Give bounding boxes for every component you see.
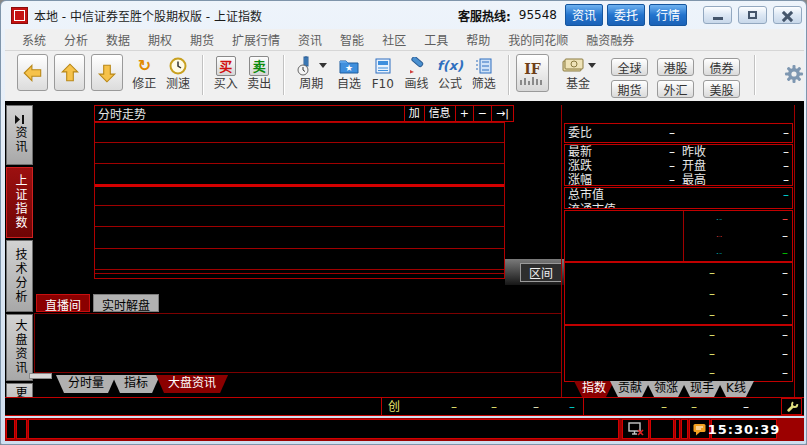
- refresh-icon: ↻: [138, 56, 151, 75]
- menu-extended-quotes[interactable]: 扩展行情: [223, 31, 289, 48]
- tab-current-volume[interactable]: 现手: [682, 381, 722, 397]
- price-box: 最新 – 昨收 – 涨跌 – 开盘 – 涨幅 – 最高 –: [564, 144, 793, 186]
- settings-gear-button[interactable]: [784, 64, 804, 88]
- tab-market-news[interactable]: 大盘资讯: [156, 375, 228, 393]
- menu-my-ths[interactable]: 我的同花顺: [499, 31, 577, 48]
- market-buttons: 全球 港股 债券 期货 外汇 美股: [611, 58, 740, 98]
- tab-kline[interactable]: K线: [718, 381, 754, 397]
- bonds-button[interactable]: 债券: [703, 58, 740, 76]
- queue-box-upper: –– –– ––: [564, 262, 793, 325]
- tab-intraday-volume[interactable]: 分时量: [56, 375, 116, 393]
- menu-community[interactable]: 社区: [373, 31, 415, 48]
- arrow-left-icon: [22, 62, 44, 84]
- tab-contribution[interactable]: 贡献: [610, 381, 650, 397]
- queue-value: –: [701, 263, 723, 284]
- correct-label: 修正: [132, 77, 156, 91]
- hotline-label: 客服热线:: [458, 7, 511, 24]
- queue-value: –: [782, 284, 792, 305]
- fund-button[interactable]: 基金: [557, 54, 599, 91]
- close-button[interactable]: [773, 6, 802, 24]
- zoom-out-button[interactable]: −: [473, 106, 491, 121]
- buy-button[interactable]: 买 买入: [210, 54, 242, 91]
- us-stocks-button[interactable]: 美股: [703, 80, 740, 98]
- settings-wrench-button[interactable]: [781, 398, 802, 415]
- info-button[interactable]: 信息: [424, 106, 455, 121]
- quotes-button[interactable]: 行情: [649, 4, 687, 26]
- bottom-tabs: 分时量 指标 大盘资讯: [56, 375, 224, 393]
- weibi-box: 委比 – –: [564, 123, 793, 143]
- up-button[interactable]: [54, 54, 85, 91]
- menu-margin[interactable]: 融资融券: [577, 31, 643, 48]
- menu-system[interactable]: 系统: [13, 31, 55, 48]
- tab-live-room[interactable]: 直播间: [36, 294, 90, 312]
- sell-label: 卖出: [247, 77, 271, 91]
- toolbar-separator: [754, 55, 756, 95]
- sell-button[interactable]: 卖 卖出: [244, 54, 276, 91]
- add-button[interactable]: 加: [404, 106, 424, 121]
- back-button[interactable]: [17, 54, 48, 91]
- speed-test-button[interactable]: 测速: [162, 54, 194, 91]
- network-status-cell[interactable]: [622, 419, 649, 439]
- screener-label: 筛选: [472, 77, 496, 91]
- menu-bar: 系统 分析 数据 期权 期货 扩展行情 资讯 智能 社区 工具 帮助 我的同花顺…: [5, 29, 804, 51]
- menu-help[interactable]: 帮助: [457, 31, 499, 48]
- draw-line-button[interactable]: 画线: [401, 54, 433, 91]
- menu-news[interactable]: 资讯: [289, 31, 331, 48]
- unchanged-label: 平盘家数: [684, 228, 756, 245]
- zoom-in-button[interactable]: +: [455, 106, 473, 121]
- queue-value: –: [701, 284, 723, 305]
- watchlist-button[interactable]: ★ 自选: [333, 54, 365, 91]
- sidebar-item-market-news[interactable]: 大盘资讯: [6, 314, 33, 382]
- minimize-button[interactable]: [703, 6, 732, 24]
- f10-button[interactable]: F10: [367, 54, 399, 91]
- forex-button[interactable]: 外汇: [657, 80, 694, 98]
- queue-value: –: [782, 263, 792, 284]
- live-tabs: 直播间 实时解盘: [36, 294, 159, 312]
- window-title: 本地 - 中信证券至胜个股期权版 - 上证指数: [34, 7, 262, 24]
- intraday-chart[interactable]: [94, 122, 505, 279]
- clock-display: 15:30:39: [711, 419, 777, 439]
- global-button[interactable]: 全球: [611, 58, 648, 76]
- down-button[interactable]: [91, 54, 122, 91]
- trade-button[interactable]: 委托: [607, 4, 645, 26]
- menu-analysis[interactable]: 分析: [55, 31, 97, 48]
- formula-button[interactable]: f(x) 公式: [434, 54, 466, 91]
- weibi-value: –: [627, 124, 675, 142]
- fund-dropdown-icon: [588, 63, 596, 68]
- menu-options[interactable]: 期权: [139, 31, 181, 48]
- app-window: 本地 - 中信证券至胜个股期权版 - 上证指数 客服热线: 95548 资讯 委…: [0, 0, 807, 445]
- current-time: 15:30:39: [708, 422, 781, 437]
- hk-stocks-button[interactable]: 港股: [657, 58, 694, 76]
- sidebar-item-shanghai-index[interactable]: 上证指数: [6, 167, 33, 239]
- decliners-label: 下跌家数: [684, 245, 756, 262]
- menu-tools[interactable]: 工具: [415, 31, 457, 48]
- next-panel-button[interactable]: →|: [491, 106, 513, 121]
- menu-data[interactable]: 数据: [97, 31, 139, 48]
- maximize-button[interactable]: [738, 6, 767, 24]
- if-futures-button[interactable]: IF: [516, 54, 550, 92]
- futures-button[interactable]: 期货: [611, 80, 648, 98]
- right-panel-tabs: 指数 贡献 领涨 现手 K线: [574, 381, 750, 397]
- sidebar-item-technical-analysis[interactable]: 技术分析: [6, 240, 33, 312]
- chart-header: 分时走势 加 信息 + − →|: [94, 105, 514, 122]
- correct-button[interactable]: ↻ 修正: [129, 54, 161, 91]
- tab-leaders[interactable]: 领涨: [646, 381, 686, 397]
- sidebar-item-news[interactable]: 资讯: [6, 105, 33, 165]
- index-status-row: 创 – – – – – – –: [5, 397, 804, 416]
- sidebar-label-market-news: 大盘资讯: [13, 319, 26, 375]
- news-button[interactable]: 资讯: [565, 4, 603, 26]
- fx-icon: f(x): [437, 58, 463, 73]
- message-icon: [693, 423, 706, 436]
- tab-index[interactable]: 指数: [574, 381, 614, 397]
- menu-futures[interactable]: 期货: [181, 31, 223, 48]
- status-cell: [6, 419, 15, 439]
- menu-smart[interactable]: 智能: [331, 31, 373, 48]
- folder-star-icon: ★: [339, 57, 359, 75]
- range-button[interactable]: 区间: [520, 263, 562, 282]
- status-cell: [650, 419, 674, 439]
- sell-icon: 卖: [249, 56, 269, 76]
- tab-realtime-commentary[interactable]: 实时解盘: [93, 294, 159, 312]
- period-button[interactable]: 周期: [291, 54, 331, 91]
- tab-indicators[interactable]: 指标: [112, 375, 160, 393]
- screener-button[interactable]: 筛选: [468, 54, 500, 91]
